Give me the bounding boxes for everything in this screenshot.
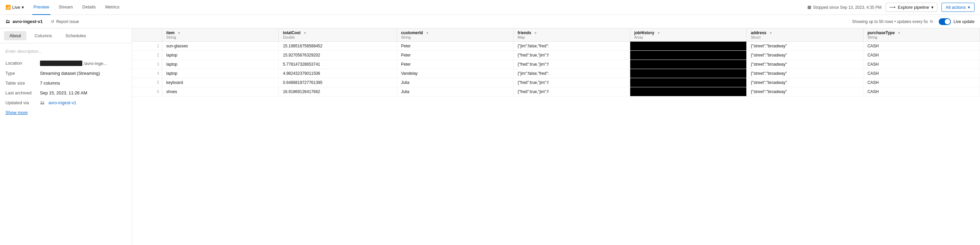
description-placeholder[interactable]: Enter description... [5,49,126,54]
col-header-friends: friends ▼ Map [513,29,630,41]
sidebar: About Columns Schedules Enter descriptio… [0,29,132,245]
tab-stream[interactable]: Stream [57,0,74,15]
row-number: 4 [132,69,162,78]
toggle-knob [945,19,950,24]
type-label: Type [5,71,36,76]
nav-right: Stopped since Sep 13, 2023, 4:35 PM ⟶ Ex… [808,3,975,12]
toggle-switch[interactable] [939,18,951,25]
updated-via-label: Updated via [5,100,36,105]
cell-purchasetype: CASH [863,41,980,51]
table-row: 3laptop5.778147328653741Peter{"fred":tru… [132,60,980,69]
table-row: 1sun-glasses15.198516758588452Peter{"jim… [132,41,980,51]
location-label: Location [5,60,36,66]
cell-item: laptop [162,69,279,78]
cell-totalcost: 4.982432379011506 [279,69,397,78]
filter-icon-address[interactable]: ▼ [769,31,772,35]
cell-item: laptop [162,60,279,69]
row-number: 1 [132,41,162,51]
col-header-jobhistory: jobHistory ▼ Array [630,29,746,41]
col-name-friends: friends [518,30,531,35]
second-bar: 🗂 avro-ingest-v1 ↺ Report issue Showing … [0,15,980,29]
cell-customerid: Julia [397,78,513,87]
cell-totalcost: 15.92705676329202 [279,51,397,60]
cell-customerid: Peter [397,60,513,69]
table-size-row: Table size 7 columns [5,81,126,86]
table-row: 5keyboard0.6486819727761395Julia{"fred":… [132,78,980,87]
filter-icon-friends[interactable]: ▼ [534,31,538,35]
all-actions-button[interactable]: All actions ▾ [942,3,975,12]
sidebar-tabs: About Columns Schedules [0,29,132,43]
table-row: 6shoes16.91869126417662Julia{"fred":true… [132,87,980,97]
main-layout: About Columns Schedules Enter descriptio… [0,29,980,245]
type-row: Type Streaming dataset (Streaming) [5,71,126,76]
cell-purchasetype: CASH [863,60,980,69]
row-number: 3 [132,60,162,69]
showing-text: Showing up to 50 rows • updates every 5s [852,19,928,24]
stopped-text: Stopped since Sep 13, 2023, 4:35 PM [813,5,881,10]
row-num-header [132,29,162,41]
table-size-value: 7 columns [40,81,60,86]
table-row: 2laptop15.92705676329202Peter{"fred":tru… [132,51,980,60]
type-value: Streaming dataset (Streaming) [40,71,100,76]
row-number: 2 [132,51,162,60]
cell-jobhistory: ████████████ [630,60,746,69]
location-redacted: ██████████████ [40,60,82,66]
sidebar-tab-columns[interactable]: Columns [29,31,57,40]
report-icon: ↺ [51,19,54,24]
cell-jobhistory: ████████████ [630,51,746,60]
showing-info: Showing up to 50 rows • updates every 5s… [852,19,933,24]
row-number: 5 [132,78,162,87]
cell-item: sun-glasses [162,41,279,51]
cell-totalcost: 5.778147328653741 [279,60,397,69]
filter-icon-purchasetype[interactable]: ▼ [897,31,901,35]
col-header-purchasetype: purchaseType ▼ String [863,29,980,41]
tab-details[interactable]: Details [81,0,97,15]
top-nav: 📶 Live ▾ Preview Stream Details Metrics … [0,0,980,15]
show-more-link[interactable]: Show more [5,110,126,115]
stopped-dot [808,6,811,9]
cell-purchasetype: CASH [863,69,980,78]
updated-via-link[interactable]: avro-ingest-v1 [48,100,76,105]
chevron-down-icon: ▾ [22,5,24,10]
cell-purchasetype: CASH [863,51,980,60]
stopped-badge: Stopped since Sep 13, 2023, 4:35 PM [808,5,881,10]
cell-jobhistory: ████████████ [630,69,746,78]
live-button[interactable]: 📶 Live ▾ [5,5,24,10]
dataset-name: avro-ingest-v1 [13,19,43,24]
col-type-item: String [166,35,274,39]
cell-address: {"street":"broadway" [747,60,863,69]
col-type-totalcost: Double [283,35,393,39]
col-type-friends: Map [518,35,626,39]
data-table-area: item ▼ String totalCost ▼ Double [132,29,980,245]
col-name-item: item [166,30,175,35]
cell-address: {"street":"broadway" [747,51,863,60]
all-actions-label: All actions [946,5,966,10]
live-toggle[interactable]: Live update [939,18,975,25]
filter-icon-jobhistory[interactable]: ▼ [657,31,660,35]
explore-pipeline-button[interactable]: ⟶ Explore pipeline ▾ [886,3,937,12]
tab-metrics[interactable]: Metrics [104,0,121,15]
cell-friends: {"fred":true,"jim":f [513,78,630,87]
sidebar-tab-schedules[interactable]: Schedules [60,31,91,40]
sidebar-content: Enter description... Location ██████████… [0,43,132,245]
location-suffix: /avro-inge... [84,61,107,66]
filter-icon-customerid[interactable]: ▼ [426,31,429,35]
location-row: Location ██████████████ /avro-inge... [5,60,126,66]
cell-jobhistory: ████████████ [630,41,746,51]
cell-customerid: Julia [397,87,513,97]
sidebar-tab-about[interactable]: About [4,31,26,40]
cell-friends: {"fred":true,"jim":f [513,87,630,97]
chevron-down-icon: ▾ [968,5,970,10]
live-update-label: Live update [954,19,975,24]
filter-icon-item[interactable]: ▼ [177,31,181,35]
filter-icon-totalcost[interactable]: ▼ [303,31,307,35]
chevron-down-icon: ▾ [931,5,934,10]
cell-friends: {"fred":true,"jim":f [513,60,630,69]
report-issue-button[interactable]: ↺ Report issue [51,19,79,24]
cell-item: shoes [162,87,279,97]
tab-preview[interactable]: Preview [32,0,51,15]
cell-address: {"street":"broadway" [747,41,863,51]
cell-item: laptop [162,51,279,60]
col-name-customerid: customerId [401,30,423,35]
cell-item: keyboard [162,78,279,87]
